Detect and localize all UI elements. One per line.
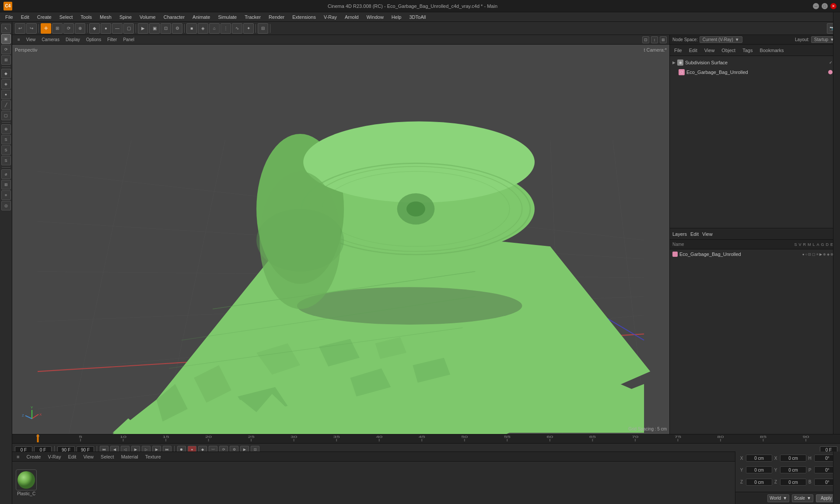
play-prev-frame-button[interactable]: ◁ — [121, 446, 130, 452]
bp-tab-menu[interactable]: ≡ — [15, 453, 21, 460]
layer-icon-g[interactable]: ⊕ — [823, 252, 826, 256]
menu-spine[interactable]: Spine — [116, 14, 135, 21]
vp-filter[interactable]: Filter — [105, 37, 119, 42]
tool-s3[interactable]: S — [1, 156, 11, 165]
vp-panel[interactable]: Panel — [120, 37, 137, 42]
render-view[interactable]: ▶ — [138, 23, 148, 34]
object-hair[interactable]: ✦ — [243, 23, 254, 34]
vray-settings-button[interactable]: ⊡ — [251, 446, 259, 452]
bp-tab-vray[interactable]: V-Ray — [46, 453, 63, 460]
layer-row-garbage-bag[interactable]: Eco_Garbage_Bag_Unrolled ● ○ ⊡ ▢ ≡ ▶ ⊕ ◈… — [670, 249, 840, 259]
layer-icon-l[interactable]: ≡ — [816, 252, 819, 256]
key-frame-button[interactable]: ◆ — [198, 446, 207, 452]
object-cube[interactable]: ■ — [186, 23, 197, 34]
mode-edges[interactable]: — — [112, 23, 122, 34]
object-nurbs[interactable]: ◈ — [198, 23, 208, 34]
timeline[interactable]: 0 5 10 15 20 25 30 — [12, 434, 840, 452]
tool-scale[interactable]: ⊞ — [1, 55, 11, 65]
layer-icon-d[interactable]: ◈ — [827, 252, 830, 256]
bp-tab-texture[interactable]: Texture — [144, 453, 163, 460]
vray-render-button[interactable]: ▶ — [240, 446, 249, 452]
tool-layers-btn[interactable]: ≡ — [1, 190, 11, 200]
bp-tab-material[interactable]: Material — [119, 453, 140, 460]
tool-circle[interactable]: ◎ — [1, 201, 11, 210]
menu-vray[interactable]: V-Ray — [320, 14, 340, 21]
maximize-button[interactable]: □ — [822, 3, 828, 9]
bp-tab-edit[interactable]: Edit — [66, 453, 78, 460]
menu-create[interactable]: Create — [34, 14, 55, 21]
menu-file[interactable]: File — [2, 14, 17, 21]
vp-icon-2[interactable]: ↕ — [651, 36, 658, 43]
tool-edge[interactable]: ╱ — [1, 100, 11, 110]
fps-field[interactable]: 90 F — [77, 446, 94, 452]
node-space-dropdown[interactable]: Current (V-Ray) ▼ — [700, 36, 742, 43]
render-full[interactable]: ⊡ — [161, 23, 171, 34]
menu-mesh[interactable]: Mesh — [96, 14, 115, 21]
play-end-button[interactable]: ⏭ — [163, 446, 172, 452]
coord-x2-field[interactable]: 0 cm — [780, 455, 806, 462]
vp-icon-1[interactable]: ⊡ — [642, 36, 649, 43]
floor-tool[interactable]: ⊟ — [258, 23, 268, 34]
material-thumbnail[interactable] — [16, 469, 37, 490]
tool-move[interactable]: ↖ — [1, 24, 11, 33]
coord-y-pos-field[interactable]: 0 cm — [746, 466, 772, 473]
tab-layers[interactable]: Layers — [672, 231, 687, 237]
play-next-frame-button[interactable]: ▷ — [142, 446, 150, 452]
layer-icon-v[interactable]: ○ — [805, 252, 807, 256]
coord-z-pos-field[interactable]: 0 cm — [746, 479, 772, 486]
menu-arnold[interactable]: Arnold — [341, 14, 362, 21]
tab-tags[interactable]: Tags — [741, 47, 754, 54]
tool-mesh[interactable]: ◈ — [1, 79, 11, 89]
motion-button[interactable]: 〰 — [209, 446, 217, 452]
bp-tab-create[interactable]: Create — [24, 453, 42, 460]
tool-poly[interactable]: ▢ — [1, 111, 11, 120]
vp-cameras[interactable]: Cameras — [39, 37, 62, 42]
loop-button[interactable]: ⟳ — [219, 446, 228, 452]
redo-button[interactable]: ↪ — [26, 23, 37, 34]
tool-s1[interactable]: S — [1, 135, 11, 144]
menu-edit[interactable]: Edit — [18, 14, 33, 21]
tab-file[interactable]: File — [672, 47, 684, 54]
tool-s2[interactable]: S — [1, 145, 11, 155]
tab-object[interactable]: Object — [720, 47, 737, 54]
vp-view[interactable]: View — [24, 37, 38, 42]
menu-help[interactable]: Help — [388, 14, 405, 21]
vp-menu-icon[interactable]: ≡ — [15, 37, 23, 42]
layer-icon-m[interactable]: ▢ — [812, 252, 816, 256]
record-button[interactable]: ⏺ — [177, 446, 186, 452]
object-mograph[interactable]: ⋮ — [220, 23, 231, 34]
menu-select[interactable]: Select — [56, 14, 77, 21]
render-settings[interactable]: ⚙ — [172, 23, 182, 34]
tool-point[interactable]: ● — [1, 90, 11, 99]
object-field[interactable]: ∿ — [232, 23, 242, 34]
tool-select[interactable]: ▣ — [1, 34, 11, 44]
frame-end-field[interactable]: 90 F — [57, 446, 75, 452]
frame-start-field[interactable]: 0 F — [15, 446, 32, 452]
tab-bookmarks[interactable]: Bookmarks — [758, 47, 785, 54]
coord-y2-field[interactable]: 0 cm — [780, 466, 806, 473]
minimize-button[interactable]: ─ — [813, 3, 819, 9]
object-deform[interactable]: ⌂ — [209, 23, 220, 34]
material-item[interactable]: Plastic_C — [16, 469, 37, 496]
vp-display[interactable]: Display — [63, 37, 83, 42]
play-prev-button[interactable]: ◀ — [110, 446, 119, 452]
menu-tools[interactable]: Tools — [77, 14, 95, 21]
bp-tab-select[interactable]: Select — [99, 453, 116, 460]
close-button[interactable]: ✕ — [830, 3, 836, 9]
mode-poly[interactable]: ▢ — [123, 23, 134, 34]
auto-key-button[interactable]: ● — [188, 446, 196, 452]
garbage-bag-color-dot[interactable] — [828, 70, 833, 74]
tab-edit-layers[interactable]: Edit — [690, 231, 699, 237]
menu-simulate[interactable]: Simulate — [214, 14, 240, 21]
play-button[interactable]: ▶ — [131, 446, 140, 452]
menu-window[interactable]: Window — [363, 14, 387, 21]
menu-character[interactable]: Character — [160, 14, 188, 21]
frame-current-field[interactable]: 0 F — [34, 446, 52, 452]
tree-item-subdivision[interactable]: ▶ ⊕ Subdivision Surface ✓ ⋮ — [670, 58, 840, 67]
transform-move[interactable]: ✛ — [41, 23, 51, 34]
layer-icon-a[interactable]: ▶ — [819, 252, 822, 256]
tool-rotate[interactable]: ⟳ — [1, 45, 11, 54]
coord-x-pos-field[interactable]: 0 cm — [746, 455, 772, 462]
tab-view-layers[interactable]: View — [702, 231, 713, 237]
menu-3dtoall[interactable]: 3DToAll — [406, 14, 429, 21]
